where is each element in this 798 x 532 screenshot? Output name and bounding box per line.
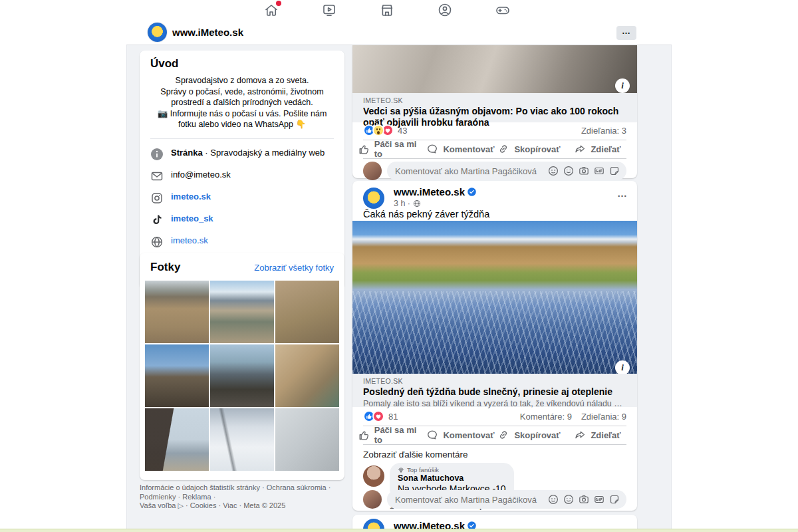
reaction-count: 43 <box>398 126 407 136</box>
bio-line: Spravodajstvo z domova a zo sveta. <box>150 75 334 86</box>
email-text[interactable]: info@imeteo.sk <box>171 170 231 180</box>
copy-link-button[interactable]: Skopírovať <box>495 427 563 443</box>
comment-button[interactable]: Komentovať <box>426 141 495 157</box>
share-count[interactable]: Zdieľania: 9 <box>581 412 626 422</box>
photos-title: Fotky <box>150 261 180 274</box>
page-avatar[interactable] <box>148 23 167 42</box>
page-title: www.iMeteo.sk <box>172 27 243 38</box>
notification-dot <box>276 1 281 6</box>
photos-header: Fotky Zobraziť všetky fotky <box>145 261 339 274</box>
frost-texture <box>352 291 637 374</box>
link-preview[interactable]: IMETEO.SK Vedci sa pýšia úžasným objavom… <box>352 93 637 122</box>
emoji-icon[interactable] <box>563 494 574 505</box>
link-preview[interactable]: IMETEO.SK Posledný deň týždňa bude slneč… <box>352 374 637 407</box>
top-fan-badge: Top fanúšik <box>398 466 506 473</box>
avatar-sticker-icon[interactable] <box>548 494 559 505</box>
share-count[interactable]: Zdieľania: 3 <box>581 126 626 136</box>
comment-input[interactable] <box>395 166 548 176</box>
reaction-cluster[interactable]: 81 <box>363 410 398 422</box>
page-avatar[interactable] <box>363 188 384 209</box>
about-title: Úvod <box>150 57 334 70</box>
verified-badge-icon <box>467 188 476 196</box>
comment-button[interactable]: Komentovať <box>426 427 495 443</box>
header-more-button[interactable]: … <box>616 26 636 40</box>
commenter-name[interactable]: Sona Matuchova <box>398 473 506 483</box>
photo-grid <box>145 281 339 471</box>
divider <box>150 138 334 139</box>
marketplace-icon[interactable] <box>379 2 395 18</box>
post-menu-button[interactable]: … <box>617 188 628 199</box>
comment-count[interactable]: Komentáre: 9 <box>520 412 572 422</box>
about-row-page-type: Stránka · Spravodajský a mediálny web <box>150 148 334 161</box>
post-link-image[interactable] <box>352 45 637 93</box>
post-card: i IMETEO.SK Vedci sa pýšia úžasným objav… <box>352 45 637 178</box>
like-button[interactable]: Páči sa mi to <box>358 141 426 157</box>
link-domain: IMETEO.SK <box>363 96 626 104</box>
comment-input-pill[interactable] <box>387 490 626 509</box>
divider <box>363 444 626 445</box>
sticker-icon[interactable] <box>609 494 620 505</box>
photo-thumb[interactable] <box>275 408 339 471</box>
about-row-email: info@imeteo.sk <box>150 170 334 183</box>
comment-input[interactable] <box>395 495 548 505</box>
home-icon[interactable] <box>263 2 279 18</box>
ad-info-button[interactable]: i <box>615 360 630 375</box>
link-description: Pomaly ale isto sa blíži víkend a vyzerá… <box>363 399 626 408</box>
share-button[interactable]: Zdieľať <box>563 427 632 443</box>
user-avatar[interactable] <box>363 162 382 180</box>
page-header: www.iMeteo.sk … <box>126 20 672 45</box>
composer-icons <box>548 166 620 176</box>
facebook-page-view: www.iMeteo.sk … Úvod Spravodajstvo z dom… <box>0 0 798 532</box>
action-bar: Páči sa mi to Komentovať Skopírovať Zdie… <box>358 427 632 443</box>
avatar-sticker-icon[interactable] <box>548 166 559 176</box>
photo-thumb[interactable] <box>275 281 339 343</box>
photo-thumb[interactable] <box>210 281 274 343</box>
like-button[interactable]: Páči sa mi to <box>358 427 426 443</box>
copy-link-button[interactable]: Skopírovať <box>495 141 563 157</box>
user-avatar[interactable] <box>363 490 382 509</box>
legal-footer: Informácie o údajoch štatistík stránky ·… <box>140 483 342 511</box>
gaming-icon[interactable] <box>495 2 511 18</box>
emoji-icon[interactable] <box>563 166 574 176</box>
gif-icon[interactable] <box>594 494 604 505</box>
post-photo[interactable] <box>352 221 637 374</box>
view-more-comments-link[interactable]: Zobraziť ďalšie komentáre <box>363 450 467 460</box>
photo-thumb[interactable] <box>145 408 209 471</box>
composer-icons <box>548 494 620 505</box>
share-button[interactable]: Zdieľať <box>563 141 632 157</box>
post-card: www.iMeteo.sk 3 h · … Čaká nás pekný záv… <box>352 181 637 511</box>
info-icon <box>150 148 164 161</box>
footer-line[interactable]: Informácie o údajoch štatistík stránky ·… <box>140 483 342 501</box>
about-row-website: imeteo.sk <box>150 235 334 249</box>
post-timestamp[interactable]: 3 h · <box>394 199 421 208</box>
groups-icon[interactable] <box>437 2 453 18</box>
bottom-strip <box>0 529 798 532</box>
reaction-cluster[interactable]: 43 <box>363 124 407 136</box>
website-link[interactable]: imeteo.sk <box>171 235 208 246</box>
comment-composer <box>363 484 626 515</box>
about-row-tiktok: imeteo_sk <box>150 213 334 227</box>
camera-icon[interactable] <box>579 494 589 505</box>
see-all-photos-link[interactable]: Zobraziť všetky fotky <box>254 263 334 273</box>
photo-thumb[interactable] <box>145 344 209 407</box>
page-bio: Spravodajstvo z domova a zo sveta. Správ… <box>150 75 334 130</box>
comment-input-pill[interactable] <box>387 162 626 180</box>
sticker-icon[interactable] <box>609 166 620 176</box>
instagram-link[interactable]: imeteo.sk <box>171 192 211 202</box>
tiktok-link[interactable]: imeteo_sk <box>171 213 213 224</box>
tiktok-icon <box>150 213 164 227</box>
photo-thumb[interactable] <box>275 344 339 407</box>
gif-icon[interactable] <box>594 166 604 176</box>
ad-info-button[interactable]: i <box>615 78 630 93</box>
watch-icon[interactable] <box>321 2 337 18</box>
post-author[interactable]: www.iMeteo.sk <box>394 186 476 198</box>
email-icon <box>150 170 164 183</box>
post-text: Čaká nás pekný záver týždňa <box>363 209 489 219</box>
globe-icon <box>150 235 164 249</box>
about-row-instagram: imeteo.sk <box>150 192 334 205</box>
photo-thumb[interactable] <box>210 344 274 407</box>
camera-icon[interactable] <box>579 166 589 176</box>
photo-thumb[interactable] <box>145 281 209 343</box>
photo-thumb[interactable] <box>210 408 274 471</box>
footer-line[interactable]: Vaša voľba ▷ · Cookies · Viac · Meta © 2… <box>140 501 342 511</box>
